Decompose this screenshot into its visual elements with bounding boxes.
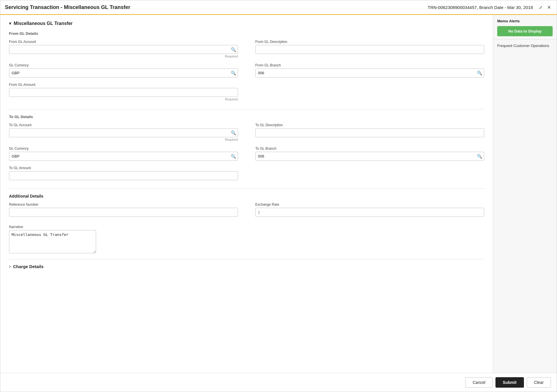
memo-alerts-button[interactable]: No Data to Display	[497, 26, 553, 36]
to-gl-currency-input[interactable]	[9, 152, 238, 161]
exchange-rate-group: Exchange Rate	[255, 203, 484, 217]
exchange-rate-label: Exchange Rate	[255, 203, 484, 207]
from-gl-account-input[interactable]	[9, 45, 238, 54]
to-gl-branch-input[interactable]	[255, 152, 484, 161]
from-gl-description-input[interactable]	[255, 45, 484, 54]
to-gl-description-group: To GL Description	[255, 123, 484, 141]
to-gl-account-required: Required	[9, 138, 238, 141]
submit-button[interactable]: Submit	[495, 377, 524, 388]
to-gl-branch-group: To GL Branch 🔍	[255, 147, 484, 161]
from-gl-grid: From GL Account 🔍 Required From GL Descr…	[9, 40, 484, 106]
additional-details-section: Additional Details Reference Number Exch…	[9, 194, 484, 253]
to-gl-currency-label: GL Currency	[9, 147, 238, 151]
main-window: Servicing Transaction - Miscellaneous GL…	[0, 0, 557, 392]
from-gl-amount-group: From GL Amount Required	[9, 83, 238, 101]
transaction-info: TRN-0062308900034457, Branch Date - Mar …	[428, 5, 533, 10]
additional-details-label: Additional Details	[9, 194, 484, 198]
reference-number-label: Reference Number	[9, 203, 238, 207]
narrative-label: Narrative	[9, 225, 96, 229]
from-gl-currency-input[interactable]	[9, 68, 238, 77]
clear-button[interactable]: Clear	[527, 377, 551, 388]
from-gl-description-label: From GL Description	[255, 40, 484, 44]
to-gl-grid: To GL Account 🔍 Required To GL Descripti…	[9, 123, 484, 185]
to-gl-description-input[interactable]	[255, 128, 484, 137]
from-gl-account-required: Required	[9, 55, 238, 58]
form-area: ▾ Miscellaneous GL Transfer From GL Deta…	[0, 15, 493, 373]
to-gl-details-label: To GL Details	[9, 115, 484, 119]
cancel-button[interactable]: Cancel	[465, 377, 493, 388]
close-window-button[interactable]: ✕	[546, 4, 552, 11]
footer-bar: Cancel Submit Clear	[0, 373, 557, 392]
to-gl-branch-search-button[interactable]: 🔍	[477, 154, 482, 159]
from-gl-branch-input[interactable]	[255, 68, 484, 77]
reference-number-group: Reference Number	[9, 203, 238, 217]
to-gl-currency-search-button[interactable]: 🔍	[231, 154, 236, 159]
from-gl-currency-label: GL Currency	[9, 63, 238, 67]
collapse-window-button[interactable]: ⤢	[538, 4, 544, 11]
from-gl-amount-input[interactable]	[9, 88, 238, 97]
from-gl-account-group: From GL Account 🔍 Required	[9, 40, 238, 58]
narrative-textarea[interactable]	[9, 230, 96, 253]
from-gl-account-label: From GL Account	[9, 40, 238, 44]
from-gl-details-section: From GL Details From GL Account 🔍 Requir…	[9, 31, 484, 106]
from-gl-amount-required: Required	[9, 97, 238, 101]
from-gl-branch-search-button[interactable]: 🔍	[477, 71, 482, 76]
to-gl-amount-group: To GL Amount	[9, 166, 238, 180]
divider-1	[9, 109, 484, 109]
from-gl-description-group: From GL Description	[255, 40, 484, 58]
from-gl-details-label: From GL Details	[9, 31, 484, 36]
to-gl-currency-group: GL Currency 🔍	[9, 147, 238, 161]
frequent-ops-title: Frequent Customer Operations	[497, 44, 553, 48]
to-gl-account-search-button[interactable]: 🔍	[231, 130, 236, 136]
section-title: Miscellaneous GL Transfer	[14, 21, 73, 26]
divider-2	[9, 188, 484, 189]
charge-details-section: › Charge Details	[9, 259, 484, 270]
to-gl-description-label: To GL Description	[255, 123, 484, 127]
additional-grid: Reference Number Exchange Rate	[9, 203, 484, 222]
narrative-group: Narrative	[9, 225, 96, 253]
title-bar: Servicing Transaction - Miscellaneous GL…	[0, 0, 557, 15]
window-title: Servicing Transaction - Miscellaneous GL…	[5, 4, 130, 10]
memo-alerts-title: Memo Alerts	[497, 19, 553, 23]
charge-collapse-icon[interactable]: ›	[9, 263, 11, 270]
exchange-rate-input[interactable]	[255, 208, 484, 217]
from-gl-branch-label: From GL Branch	[255, 63, 484, 67]
frequent-ops-section: Frequent Customer Operations	[493, 39, 557, 52]
to-gl-account-input[interactable]	[9, 128, 238, 137]
from-gl-branch-group: From GL Branch 🔍	[255, 63, 484, 77]
to-gl-branch-label: To GL Branch	[255, 147, 484, 151]
memo-alerts-section: Memo Alerts No Data to Display	[493, 15, 557, 39]
to-gl-account-group: To GL Account 🔍 Required	[9, 123, 238, 141]
from-gl-currency-search-button[interactable]: 🔍	[231, 71, 236, 76]
from-gl-currency-group: GL Currency 🔍	[9, 63, 238, 77]
from-gl-account-search-button[interactable]: 🔍	[231, 47, 236, 52]
main-layout: ▾ Miscellaneous GL Transfer From GL Deta…	[0, 15, 557, 373]
charge-details-label: Charge Details	[13, 264, 44, 269]
from-gl-amount-label: From GL Amount	[9, 83, 238, 87]
to-gl-details-section: To GL Details To GL Account 🔍 Required T…	[9, 115, 484, 185]
to-gl-account-label: To GL Account	[9, 123, 238, 127]
to-gl-amount-label: To GL Amount	[9, 166, 238, 170]
section-collapse-icon[interactable]: ▾	[9, 21, 11, 26]
to-gl-amount-input[interactable]	[9, 171, 238, 180]
section-header: ▾ Miscellaneous GL Transfer	[9, 21, 484, 26]
reference-number-input[interactable]	[9, 208, 238, 217]
sidebar: Memo Alerts No Data to Display Frequent …	[493, 15, 557, 373]
